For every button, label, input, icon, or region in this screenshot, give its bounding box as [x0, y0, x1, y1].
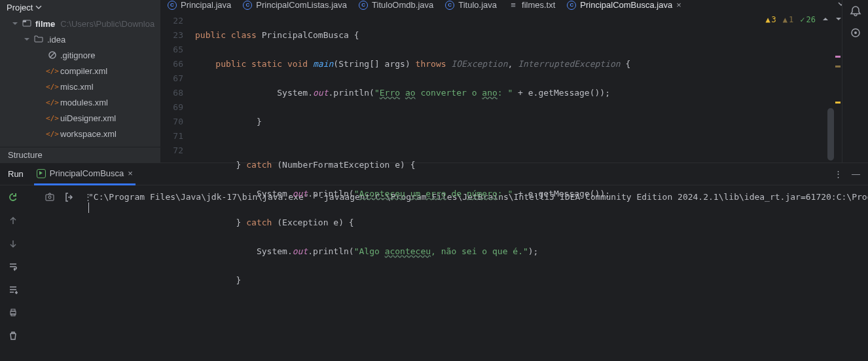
- tab-principal[interactable]: Principal.java: [168, 0, 231, 10]
- rerun-button[interactable]: [8, 192, 18, 204]
- marker[interactable]: [835, 102, 841, 104]
- weak-warnings-badge[interactable]: ▲1: [783, 15, 793, 24]
- line-number: 71: [161, 129, 183, 143]
- warnings-badge[interactable]: ▲3: [765, 15, 776, 24]
- scroll-to-end-icon[interactable]: [9, 285, 18, 296]
- chevron-down-icon: [12, 20, 20, 27]
- tree-file[interactable]: .gitignore: [0, 47, 160, 63]
- tree-file[interactable]: </> misc.xml: [0, 79, 160, 94]
- java-class-icon: [359, 1, 368, 10]
- java-class-icon: [567, 1, 576, 10]
- screenshot-icon[interactable]: [45, 192, 55, 204]
- project-tool-window: Project filme C:\Users\Public\Downloa .i…: [0, 0, 161, 162]
- line-number: 66: [161, 57, 183, 71]
- svg-point-10: [48, 196, 51, 199]
- tab-label: filmes.txt: [522, 0, 555, 10]
- file-label: modules.xml: [60, 98, 108, 107]
- code-editor[interactable]: ▲3 ▲1 ✓26 22 23 65 66 67 68 69 70 71 72 …: [161, 10, 868, 316]
- folder-label: .idea: [47, 35, 65, 45]
- close-icon[interactable]: ×: [128, 168, 133, 178]
- project-header[interactable]: Project: [0, 0, 160, 14]
- project-header-label: Project: [7, 3, 33, 12]
- line-number: 23: [161, 28, 183, 43]
- marker[interactable]: [835, 56, 841, 58]
- tree-file[interactable]: </> modules.xml: [0, 94, 160, 110]
- tab-titulo[interactable]: Titulo.java: [445, 0, 497, 10]
- typos-badge[interactable]: ✓26: [800, 15, 816, 24]
- trash-icon[interactable]: [9, 331, 18, 342]
- line-number: 70: [161, 115, 183, 129]
- close-icon[interactable]: ×: [676, 0, 681, 10]
- run-config-name: PrincipalComBusca: [50, 168, 124, 178]
- right-toolbar: [842, 0, 868, 162]
- text-file-icon: ≡: [509, 1, 518, 10]
- svg-rect-1: [23, 20, 26, 22]
- xml-icon: </>: [47, 128, 58, 139]
- tree-project-root[interactable]: filme C:\Users\Public\Downloa: [0, 16, 160, 31]
- print-icon[interactable]: [9, 308, 18, 319]
- svg-point-5: [854, 31, 857, 34]
- ai-assistant-icon[interactable]: [850, 27, 861, 41]
- tree-file[interactable]: </> uiDesigner.xml: [0, 110, 160, 126]
- project-name: filme: [35, 19, 55, 29]
- structure-header[interactable]: Structure: [0, 147, 160, 162]
- down-arrow-icon[interactable]: [9, 239, 18, 250]
- tab-titulo-omdb[interactable]: TituloOmdb.java: [359, 0, 433, 10]
- java-class-icon: [445, 1, 454, 10]
- line-number: 65: [161, 43, 183, 57]
- tree-file[interactable]: </> compiler.xml: [0, 63, 160, 79]
- tree-file[interactable]: </> workspace.xml: [0, 126, 160, 142]
- next-highlight[interactable]: [835, 15, 842, 24]
- chevron-down-icon: [24, 36, 31, 43]
- inspection-badges[interactable]: ▲3 ▲1 ✓26: [765, 15, 842, 24]
- tab-label: PrincipalComBusca.java: [580, 0, 672, 10]
- svg-line-3: [50, 52, 55, 58]
- tab-label: Principal.java: [181, 0, 231, 10]
- project-path: C:\Users\Public\Downloa: [60, 19, 154, 29]
- file-label: compiler.xml: [60, 66, 107, 76]
- editor-tabs: Principal.java PrincipalComListas.java T…: [161, 0, 868, 10]
- xml-icon: </>: [47, 81, 58, 92]
- line-gutter: 22 23 65 66 67 68 69 70 71 72: [161, 10, 195, 316]
- chevron-down-icon: [35, 4, 42, 10]
- run-config-tab[interactable]: PrincipalComBusca ×: [34, 163, 136, 185]
- editor-area: Principal.java PrincipalComListas.java T…: [161, 0, 868, 162]
- code-content[interactable]: public class PrincipalComBusca { public …: [195, 10, 868, 316]
- ignore-icon: [47, 50, 58, 60]
- run-config-icon: [37, 169, 46, 178]
- line-number: 69: [161, 100, 183, 115]
- tab-filmes-txt[interactable]: ≡filmes.txt: [509, 0, 555, 10]
- xml-icon: </>: [47, 97, 58, 107]
- up-arrow-icon[interactable]: [9, 216, 18, 227]
- project-tree: filme C:\Users\Public\Downloa .idea .git…: [0, 14, 160, 147]
- folder-icon: [34, 34, 45, 45]
- scrollbar-thumb[interactable]: [827, 108, 834, 161]
- run-label[interactable]: Run: [8, 169, 24, 179]
- xml-icon: </>: [47, 66, 58, 76]
- prev-highlight[interactable]: [822, 15, 829, 24]
- notifications-icon[interactable]: [850, 5, 861, 19]
- line-number: 22: [161, 14, 183, 28]
- tab-label: PrincipalComListas.java: [256, 0, 347, 10]
- tab-principal-busca[interactable]: PrincipalComBusca.java×: [567, 0, 681, 10]
- file-label: .gitignore: [60, 50, 95, 60]
- file-label: uiDesigner.xml: [60, 113, 116, 123]
- line-number: 72: [161, 143, 183, 158]
- marker[interactable]: [835, 66, 841, 67]
- file-label: misc.xml: [60, 82, 94, 92]
- java-class-icon: [168, 1, 177, 10]
- tree-folder-idea[interactable]: .idea: [0, 31, 160, 47]
- cursor: [88, 202, 89, 213]
- exit-icon[interactable]: [64, 192, 75, 204]
- tab-principal-listas[interactable]: PrincipalComListas.java: [243, 0, 347, 10]
- soft-wrap-icon[interactable]: [9, 262, 18, 273]
- svg-rect-9: [46, 195, 54, 200]
- module-icon: [22, 18, 33, 29]
- line-number: 68: [161, 86, 183, 100]
- file-label: workspace.xml: [60, 129, 117, 139]
- line-number: 67: [161, 71, 183, 86]
- xml-icon: </>: [47, 113, 58, 123]
- structure-label: Structure: [8, 150, 43, 160]
- tab-label: TituloOmdb.java: [372, 0, 433, 10]
- svg-rect-7: [11, 309, 15, 311]
